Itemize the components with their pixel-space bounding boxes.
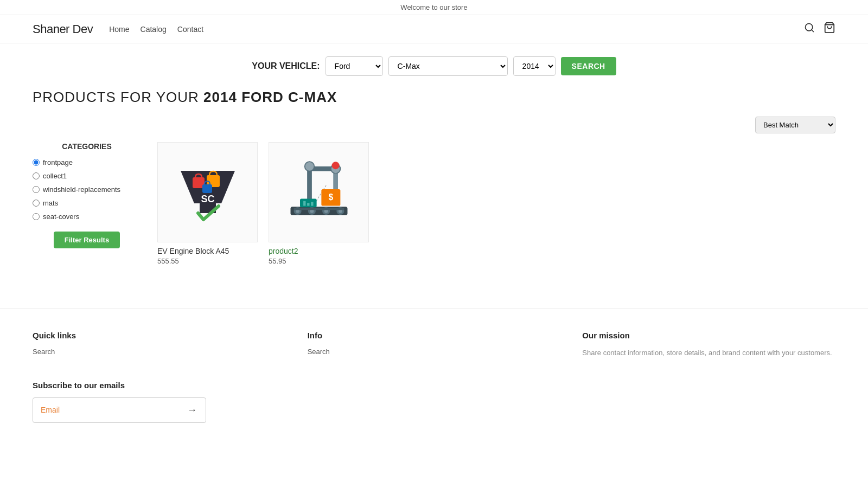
category-label-seat-covers: seat-covers xyxy=(43,213,79,221)
svg-point-23 xyxy=(331,162,339,169)
product-name-p2: product2 xyxy=(269,247,369,255)
product-name-p1: EV Engine Block A45 xyxy=(157,247,258,255)
info-title: Info xyxy=(308,331,561,340)
svg-rect-30 xyxy=(307,203,309,206)
header-icons xyxy=(804,22,835,36)
category-label-windshield: windshield-replacements xyxy=(43,185,120,194)
product-price-p1: 555.55 xyxy=(157,257,258,265)
category-label-frontpage: frontpage xyxy=(43,158,73,166)
svg-line-1 xyxy=(812,30,814,32)
announcement-text: Welcome to our store xyxy=(400,3,467,11)
subscribe-title: Subscribe to our emails xyxy=(33,381,835,390)
year-select[interactable]: 2014 2015 2016 2017 2018 xyxy=(513,56,556,76)
header-left: Shaner Dev Home Catalog Contact xyxy=(33,22,203,36)
svg-rect-29 xyxy=(303,201,305,206)
product-card-p1[interactable]: SC EV Engine Block A45 555.55 xyxy=(157,142,258,265)
products-grid: SC EV Engine Block A45 555.55 xyxy=(157,142,835,265)
category-seat-covers[interactable]: seat-covers xyxy=(33,213,141,221)
nav-catalog[interactable]: Catalog xyxy=(141,25,167,34)
cart-icon[interactable] xyxy=(824,22,835,36)
make-select[interactable]: Ford Chevrolet Toyota Honda xyxy=(326,56,383,76)
page-title: PRODUCTS FOR YOUR 2014 FORD C-MAX xyxy=(33,89,835,106)
vehicle-search-button[interactable]: SEARCH xyxy=(561,57,616,75)
footer-mission: Our mission Share contact information, s… xyxy=(582,331,835,359)
site-title: Shaner Dev xyxy=(33,22,93,36)
main-content: PRODUCTS FOR YOUR 2014 FORD C-MAX Best M… xyxy=(0,89,868,287)
category-radio-collect1[interactable] xyxy=(33,172,40,179)
svg-rect-18 xyxy=(293,208,344,210)
vehicle-label: YOUR VEHICLE: xyxy=(252,61,320,71)
nav-home[interactable]: Home xyxy=(109,25,129,34)
nav-contact[interactable]: Contact xyxy=(177,25,203,34)
product-price-p2: 55.95 xyxy=(269,257,369,265)
category-radio-seat-covers[interactable] xyxy=(33,213,40,220)
vehicle-selector: YOUR VEHICLE: Ford Chevrolet Toyota Hond… xyxy=(0,43,868,89)
email-submit-button[interactable]: → xyxy=(178,398,206,422)
email-input[interactable] xyxy=(33,399,178,421)
category-label-mats: mats xyxy=(43,199,58,207)
svg-text:$: $ xyxy=(328,192,333,202)
sidebar: CATEGORIES frontpage collect1 windshield… xyxy=(33,142,141,265)
svg-rect-31 xyxy=(311,202,313,206)
model-select[interactable]: C-Max Mustang F-150 Focus Fusion xyxy=(388,56,508,76)
header: Shaner Dev Home Catalog Contact xyxy=(0,15,868,43)
category-radio-frontpage[interactable] xyxy=(33,159,40,166)
mission-text: Share contact information, store details… xyxy=(582,348,835,359)
product-image-p2: $ xyxy=(269,142,369,242)
page-title-prefix: PRODUCTS FOR YOUR xyxy=(33,89,203,105)
main-nav: Home Catalog Contact xyxy=(109,25,203,34)
footer: Quick links Search Info Search Our missi… xyxy=(0,309,868,381)
filter-button[interactable]: Filter Results xyxy=(54,232,120,248)
footer-quick-links: Quick links Search xyxy=(33,331,286,359)
announcement-bar: Welcome to our store xyxy=(0,0,868,15)
category-windshield-replacements[interactable]: windshield-replacements xyxy=(33,185,141,194)
svg-text:SC: SC xyxy=(201,194,214,204)
sort-row: Best Match Price: Low to High Price: Hig… xyxy=(33,117,835,133)
product-image-p1: SC xyxy=(157,142,258,242)
sort-select[interactable]: Best Match Price: Low to High Price: Hig… xyxy=(755,117,835,133)
category-radio-windshield[interactable] xyxy=(33,186,40,193)
email-form: → xyxy=(33,397,206,423)
footer-info: Info Search xyxy=(308,331,561,359)
svg-rect-7 xyxy=(202,184,212,193)
page-title-bold: 2014 FORD C-MAX xyxy=(203,89,337,105)
category-radio-mats[interactable] xyxy=(33,200,40,207)
product-card-p2[interactable]: $ product2 55.95 xyxy=(269,142,369,265)
category-label-collect1: collect1 xyxy=(43,172,67,180)
sidebar-title: CATEGORIES xyxy=(33,142,141,151)
category-list: frontpage collect1 windshield-replacemen… xyxy=(33,158,141,221)
mission-title: Our mission xyxy=(582,331,835,340)
search-icon[interactable] xyxy=(804,22,815,36)
category-collect1[interactable]: collect1 xyxy=(33,172,141,180)
footer-search-link-info[interactable]: Search xyxy=(308,348,561,356)
footer-search-link-quick[interactable]: Search xyxy=(33,348,286,356)
category-mats[interactable]: mats xyxy=(33,199,141,207)
quick-links-title: Quick links xyxy=(33,331,286,340)
content-area: CATEGORIES frontpage collect1 windshield… xyxy=(33,142,835,265)
subscribe-section: Subscribe to our emails → xyxy=(0,381,868,445)
category-frontpage[interactable]: frontpage xyxy=(33,158,141,166)
svg-point-21 xyxy=(304,162,314,171)
